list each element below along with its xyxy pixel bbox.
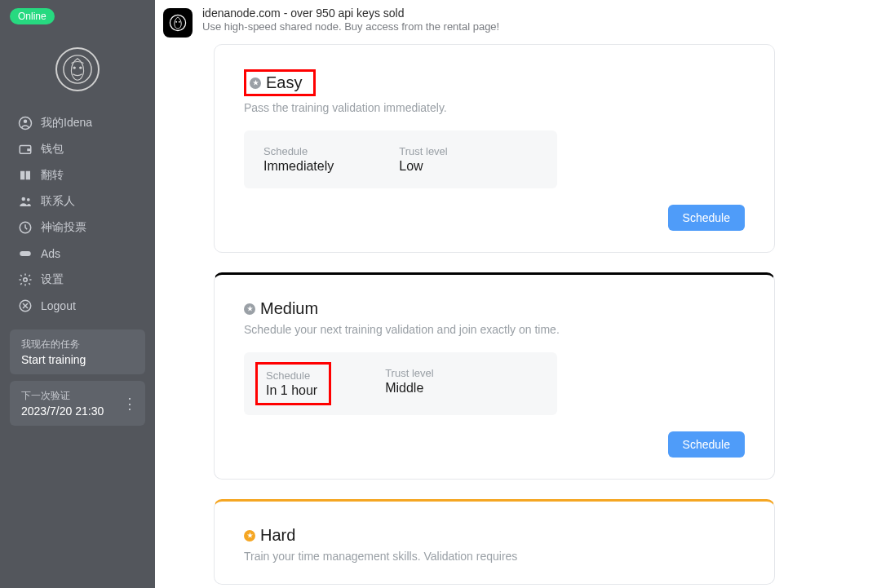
ad-banner[interactable]: idenanode.com - over 950 api keys sold U… bbox=[155, 0, 881, 44]
sidebar-item-flips[interactable]: 翻转 bbox=[7, 163, 148, 188]
svg-point-16 bbox=[175, 21, 177, 23]
card-easy: Easy Pass the training validation immedi… bbox=[214, 44, 775, 253]
svg-point-10 bbox=[27, 198, 30, 201]
ads-icon bbox=[18, 246, 33, 261]
svg-rect-12 bbox=[20, 251, 31, 256]
next-validation-box: 下一次验证 2023/7/20 21:30 ⋮ bbox=[10, 381, 145, 426]
status-badge: Online bbox=[10, 8, 55, 24]
svg-rect-8 bbox=[26, 171, 30, 180]
schedule-button[interactable]: Schedule bbox=[668, 205, 745, 231]
nav-label: Ads bbox=[41, 247, 60, 260]
sidebar-item-wallet[interactable]: 钱包 bbox=[7, 137, 148, 161]
star-icon bbox=[250, 77, 261, 89]
card-title: Hard bbox=[260, 526, 295, 545]
logo bbox=[0, 47, 155, 91]
trust-value: Middle bbox=[385, 381, 433, 396]
sidebar-item-my-idena[interactable]: 我的Idena bbox=[7, 111, 148, 135]
svg-point-17 bbox=[179, 21, 180, 23]
card-medium: Medium Schedule your next training valid… bbox=[214, 272, 775, 480]
sidebar-item-ads[interactable]: Ads bbox=[7, 241, 148, 266]
nav-label: 神谕投票 bbox=[41, 220, 86, 235]
schedule-label: Schedule bbox=[266, 369, 317, 382]
card-hard: Hard Train your time management skills. … bbox=[214, 499, 775, 585]
flips-icon bbox=[18, 168, 33, 183]
card-desc: Train your time management skills. Valid… bbox=[244, 550, 745, 563]
trust-value: Low bbox=[399, 159, 447, 174]
svg-point-13 bbox=[24, 278, 28, 282]
sidebar-item-oracle[interactable]: 神谕投票 bbox=[7, 215, 148, 240]
logout-icon bbox=[18, 298, 33, 313]
svg-rect-6 bbox=[27, 148, 31, 151]
svg-rect-7 bbox=[20, 171, 24, 180]
more-menu-icon[interactable]: ⋮ bbox=[122, 396, 137, 411]
task-value: Start training bbox=[21, 353, 134, 366]
card-desc: Schedule your next training validation a… bbox=[244, 323, 745, 336]
schedule-value: In 1 hour bbox=[266, 383, 317, 398]
nav-label: Logout bbox=[41, 299, 76, 312]
star-icon bbox=[244, 530, 255, 542]
user-circle-icon bbox=[18, 116, 33, 130]
task-label: 我现在的任务 bbox=[21, 338, 134, 351]
gear-icon bbox=[18, 272, 33, 287]
trust-label: Trust level bbox=[385, 367, 433, 379]
nav-label: 翻转 bbox=[41, 168, 64, 183]
svg-point-9 bbox=[22, 197, 26, 201]
wallet-icon bbox=[18, 142, 33, 157]
ad-avatar-icon bbox=[163, 8, 193, 38]
card-title: Medium bbox=[260, 299, 318, 318]
nav-list: 我的Idena 钱包 翻转 联系人 神谕投票 Ads 设置 Logout bbox=[0, 111, 155, 318]
nav-label: 设置 bbox=[41, 272, 64, 287]
info-box: Schedule In 1 hour Trust level Middle bbox=[244, 352, 557, 415]
contacts-icon bbox=[18, 194, 33, 209]
svg-point-1 bbox=[73, 66, 75, 69]
schedule-label: Schedule bbox=[263, 145, 334, 157]
main-content: idenanode.com - over 950 api keys sold U… bbox=[155, 0, 881, 588]
nav-label: 我的Idena bbox=[41, 116, 92, 130]
next-value: 2023/7/20 21:30 bbox=[21, 405, 134, 418]
ad-subtitle: Use high-speed shared node. Buy access f… bbox=[202, 20, 499, 33]
idena-logo-icon bbox=[62, 54, 93, 85]
card-title: Easy bbox=[266, 73, 302, 92]
svg-point-4 bbox=[24, 120, 28, 124]
schedule-button[interactable]: Schedule bbox=[668, 431, 745, 458]
sidebar-item-contacts[interactable]: 联系人 bbox=[7, 189, 148, 214]
star-icon bbox=[244, 303, 255, 315]
sidebar: Online 我的Idena 钱包 翻转 联系人 bbox=[0, 0, 155, 588]
card-desc: Pass the training validation immediately… bbox=[244, 101, 745, 114]
nav-label: 钱包 bbox=[41, 142, 64, 157]
trust-label: Trust level bbox=[399, 145, 447, 157]
next-label: 下一次验证 bbox=[21, 389, 134, 403]
ad-title: idenanode.com - over 950 api keys sold bbox=[202, 7, 499, 20]
oracle-icon bbox=[18, 220, 33, 235]
current-task-box: 我现在的任务 Start training bbox=[10, 329, 145, 374]
svg-point-2 bbox=[79, 66, 82, 69]
info-box: Schedule Immediately Trust level Low bbox=[244, 130, 557, 188]
card-medium-schedule-highlight: Schedule In 1 hour bbox=[255, 362, 331, 405]
schedule-value: Immediately bbox=[263, 159, 334, 174]
sidebar-item-settings[interactable]: 设置 bbox=[7, 267, 148, 292]
sidebar-item-logout[interactable]: Logout bbox=[7, 294, 148, 318]
nav-label: 联系人 bbox=[41, 194, 75, 209]
svg-point-0 bbox=[64, 55, 91, 83]
card-easy-title-highlight: Easy bbox=[244, 69, 316, 96]
